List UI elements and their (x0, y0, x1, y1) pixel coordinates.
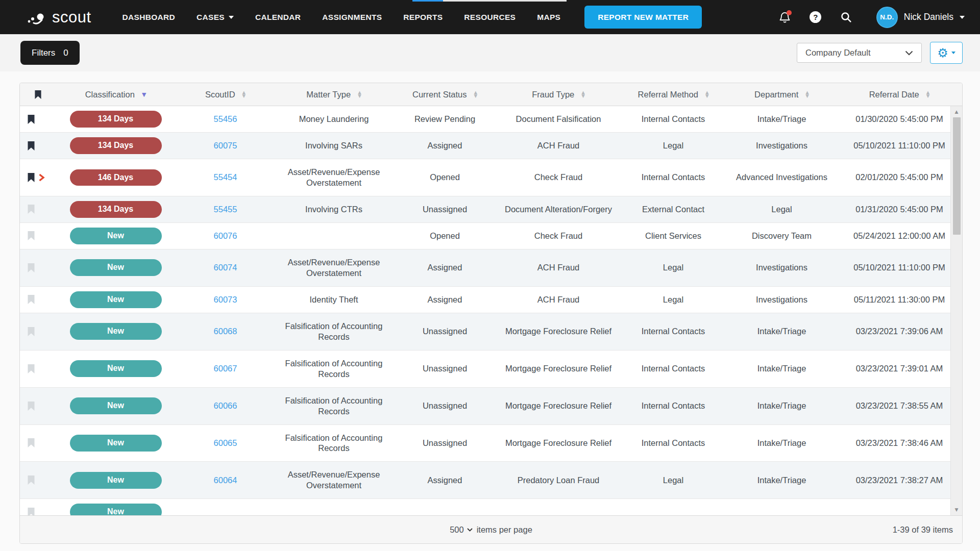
cell-scout-id: 60073 (176, 287, 275, 313)
cell-bookmark[interactable] (20, 259, 56, 277)
column-header-label: Referral Date (869, 90, 919, 99)
nav-item-label: CALENDAR (255, 13, 301, 22)
sort-down-glyph: ▼ (358, 94, 361, 98)
bookmark-icon (27, 141, 35, 151)
column-header-label: Current Status (412, 90, 467, 99)
column-header-current_status[interactable]: Current Status▲▼ (393, 90, 497, 99)
cell-referral-method: Legal (620, 467, 727, 493)
view-select[interactable]: Company Default (797, 43, 922, 63)
nav-item-calendar[interactable]: CALENDAR (244, 0, 311, 34)
cell-scout-id: 60076 (176, 223, 275, 249)
bookmark-icon (27, 327, 35, 337)
cell-bookmark[interactable] (20, 227, 56, 245)
cases-grid: Classification▼ScoutID▲▼Matter Type▲▼Cur… (19, 83, 963, 544)
scout-id-link[interactable]: 60076 (214, 231, 237, 240)
vertical-scrollbar[interactable]: ▲ ▼ (950, 106, 962, 515)
cell-fraud-type: Mortgage Foreclosure Relief (497, 393, 620, 419)
chevron-down-icon (905, 51, 913, 56)
nav-right-icons: ? N.D. Nick Daniels (777, 7, 965, 28)
notifications-bell-icon[interactable] (777, 10, 793, 25)
cell-department: Intake/Triage (727, 106, 837, 132)
nav-item-dashboard[interactable]: DASHBOARD (112, 0, 186, 34)
cell-bookmark[interactable] (20, 200, 56, 218)
cell-matter-type (275, 228, 393, 243)
column-header-fraud_type[interactable]: Fraud Type▲▼ (497, 90, 620, 99)
help-icon[interactable]: ? (808, 10, 823, 25)
grid-settings-button[interactable]: ⚙ (930, 42, 963, 64)
cell-scout-id (176, 505, 275, 515)
sort-down-glyph: ▼ (474, 94, 477, 98)
cell-classification: New (56, 393, 176, 418)
alert-chevron-icon (38, 173, 45, 182)
scout-logo[interactable]: scout (27, 8, 91, 27)
column-header-referral_method[interactable]: Referral Method▲▼ (620, 90, 727, 99)
scout-id-link[interactable]: 55455 (214, 205, 237, 214)
classification-badge: New (70, 397, 162, 414)
scout-id-link[interactable]: 60068 (214, 327, 237, 336)
cell-classification: New (56, 255, 176, 280)
scout-id-link[interactable]: 60075 (214, 141, 237, 150)
cell-scout-id: 60075 (176, 133, 275, 159)
cell-bookmark[interactable] (20, 434, 56, 452)
scrollbar-down-arrow[interactable]: ▼ (951, 504, 962, 515)
scout-id-link[interactable]: 60073 (214, 295, 237, 304)
scout-id-link[interactable]: 55456 (214, 114, 237, 123)
scout-id-link[interactable]: 60074 (214, 263, 237, 272)
cell-bookmark[interactable] (20, 397, 56, 415)
filters-button[interactable]: Filters 0 (20, 41, 80, 65)
cell-scout-id: 60074 (176, 255, 275, 281)
search-icon[interactable] (839, 10, 854, 25)
column-header-matter_type[interactable]: Matter Type▲▼ (275, 90, 393, 99)
cell-referral-date: 03/23/2021 7:38:46 AM (837, 430, 962, 456)
scout-id-link[interactable]: 55454 (214, 172, 237, 182)
scout-id-link[interactable]: 60067 (214, 364, 237, 373)
cell-referral-method: Legal (620, 255, 727, 281)
help-question-glyph: ? (810, 11, 821, 23)
view-select-value: Company Default (805, 48, 870, 58)
scout-logo-icon (27, 9, 49, 26)
scout-id-link[interactable]: 60065 (214, 438, 237, 447)
scout-id-link[interactable]: 60066 (214, 401, 237, 410)
cell-bookmark[interactable] (20, 360, 56, 378)
scout-id-link[interactable]: 60064 (214, 475, 237, 485)
cell-bookmark[interactable] (20, 322, 56, 341)
cell-classification: 134 Days (56, 107, 176, 132)
cell-department (727, 505, 837, 515)
cell-bookmark[interactable] (20, 503, 56, 515)
sort-icon: ▲▼ (242, 91, 246, 98)
cell-scout-id: 60065 (176, 430, 275, 456)
cell-referral-method: Client Services (620, 223, 727, 249)
classification-badge: New (70, 228, 162, 244)
classification-badge: 134 Days (70, 111, 162, 128)
scrollbar-up-arrow[interactable]: ▲ (951, 106, 962, 117)
cell-classification: 134 Days (56, 133, 176, 158)
user-menu[interactable]: N.D. Nick Daniels (876, 7, 965, 28)
cell-classification: New (56, 468, 176, 493)
nav-item-maps[interactable]: MAPS (526, 0, 571, 34)
nav-item-assignments[interactable]: ASSIGNMENTS (311, 0, 393, 34)
column-header-label: ScoutID (205, 90, 235, 99)
column-header-bookmark[interactable] (20, 90, 56, 99)
column-header-classification[interactable]: Classification▼ (56, 90, 176, 99)
scrollbar-thumb[interactable] (953, 117, 961, 235)
column-header-scout_id[interactable]: ScoutID▲▼ (176, 90, 275, 99)
cell-department: Investigations (727, 133, 837, 159)
column-header-department[interactable]: Department▲▼ (727, 90, 837, 99)
cell-bookmark[interactable] (20, 290, 56, 309)
nav-item-cases[interactable]: CASES (186, 0, 244, 34)
pager-range-label: 1-39 of 39 items (893, 516, 953, 543)
cell-bookmark[interactable] (20, 137, 56, 155)
sort-icon: ▲▼ (581, 91, 585, 98)
nav-item-reports[interactable]: REPORTS (393, 0, 453, 34)
column-header-referral_date[interactable]: Referral Date▲▼ (837, 90, 962, 99)
cell-fraud-type: ACH Fraud (497, 287, 620, 313)
sort-icon: ▲▼ (358, 91, 361, 98)
cell-bookmark[interactable] (20, 110, 56, 129)
cell-bookmark[interactable] (20, 471, 56, 489)
cell-matter-type: Asset/Revenue/Expense Overstatement (275, 249, 393, 286)
cell-classification: New (56, 223, 176, 248)
cell-bookmark[interactable] (20, 168, 56, 187)
report-new-matter-button[interactable]: REPORT NEW MATTER (584, 6, 702, 29)
nav-item-resources[interactable]: RESOURCES (453, 0, 526, 34)
page-size-dropdown[interactable]: 500 (450, 525, 473, 535)
